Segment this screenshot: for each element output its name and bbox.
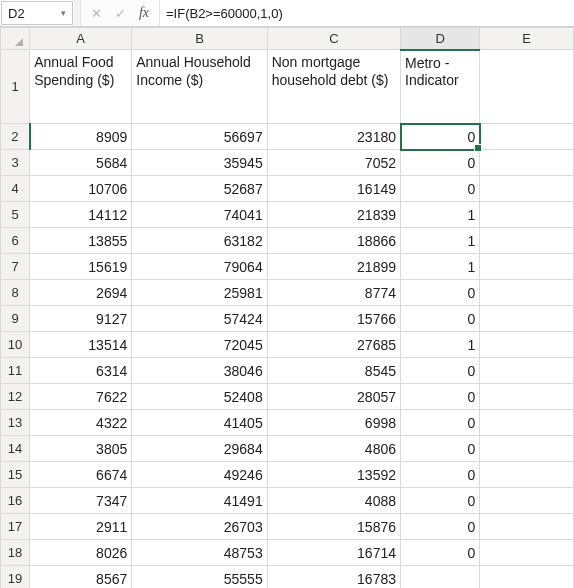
cell-A2[interactable]: 8909: [30, 124, 132, 150]
cell-D3[interactable]: 0: [401, 150, 480, 176]
enter-icon[interactable]: ✓: [113, 6, 127, 21]
cell-D11[interactable]: 0: [401, 358, 480, 384]
row-header-8[interactable]: 8: [1, 280, 30, 306]
cell-E4[interactable]: [480, 176, 574, 202]
cell-A3[interactable]: 5684: [30, 150, 132, 176]
cell-D4[interactable]: 0: [401, 176, 480, 202]
cell-C17[interactable]: 15876: [267, 514, 400, 540]
cell-C1[interactable]: Non mortgage household debt ($): [267, 50, 400, 124]
cell-A7[interactable]: 15619: [30, 254, 132, 280]
cell-B8[interactable]: 25981: [132, 280, 267, 306]
cell-E2[interactable]: [480, 124, 574, 150]
cell-D13[interactable]: 0: [401, 410, 480, 436]
row-header-7[interactable]: 7: [1, 254, 30, 280]
cell-E8[interactable]: [480, 280, 574, 306]
cell-D5[interactable]: 1: [401, 202, 480, 228]
cancel-icon[interactable]: ✕: [89, 6, 103, 21]
cell-E6[interactable]: [480, 228, 574, 254]
cell-C15[interactable]: 13592: [267, 462, 400, 488]
cell-B4[interactable]: 52687: [132, 176, 267, 202]
cell-C6[interactable]: 18866: [267, 228, 400, 254]
cell-D7[interactable]: 1: [401, 254, 480, 280]
cell-D10[interactable]: 1: [401, 332, 480, 358]
cell-E12[interactable]: [480, 384, 574, 410]
cell-E9[interactable]: [480, 306, 574, 332]
cell-C16[interactable]: 4088: [267, 488, 400, 514]
cell-D12[interactable]: 0: [401, 384, 480, 410]
cell-A18[interactable]: 8026: [30, 540, 132, 566]
cell-A15[interactable]: 6674: [30, 462, 132, 488]
formula-input[interactable]: =IF(B2>=60000,1,0): [159, 0, 574, 26]
cell-B7[interactable]: 79064: [132, 254, 267, 280]
cell-E16[interactable]: [480, 488, 574, 514]
row-header-11[interactable]: 11: [1, 358, 30, 384]
cell-E3[interactable]: [480, 150, 574, 176]
row-header-5[interactable]: 5: [1, 202, 30, 228]
row-header-16[interactable]: 16: [1, 488, 30, 514]
row-header-15[interactable]: 15: [1, 462, 30, 488]
cell-B19[interactable]: 55555: [132, 566, 267, 589]
cell-A19[interactable]: 8567: [30, 566, 132, 589]
cell-C13[interactable]: 6998: [267, 410, 400, 436]
cell-C18[interactable]: 16714: [267, 540, 400, 566]
cell-D15[interactable]: 0: [401, 462, 480, 488]
cell-D17[interactable]: 0: [401, 514, 480, 540]
cell-C3[interactable]: 7052: [267, 150, 400, 176]
cell-A1[interactable]: Annual Food Spending ($): [30, 50, 132, 124]
cell-E19[interactable]: [480, 566, 574, 589]
row-header-4[interactable]: 4: [1, 176, 30, 202]
cell-D16[interactable]: 0: [401, 488, 480, 514]
cell-D1[interactable]: Metro - Indicator: [401, 50, 480, 124]
cell-D2[interactable]: 0: [401, 124, 480, 150]
cell-C19[interactable]: 16783: [267, 566, 400, 589]
cell-A11[interactable]: 6314: [30, 358, 132, 384]
cell-A5[interactable]: 14112: [30, 202, 132, 228]
row-header-19[interactable]: 19: [1, 566, 30, 589]
column-header-B[interactable]: B: [132, 28, 267, 50]
cell-E13[interactable]: [480, 410, 574, 436]
cell-B6[interactable]: 63182: [132, 228, 267, 254]
cell-B11[interactable]: 38046: [132, 358, 267, 384]
row-header-9[interactable]: 9: [1, 306, 30, 332]
cell-D14[interactable]: 0: [401, 436, 480, 462]
cell-C4[interactable]: 16149: [267, 176, 400, 202]
row-header-17[interactable]: 17: [1, 514, 30, 540]
cell-B18[interactable]: 48753: [132, 540, 267, 566]
cell-E11[interactable]: [480, 358, 574, 384]
cell-B9[interactable]: 57424: [132, 306, 267, 332]
cell-C10[interactable]: 27685: [267, 332, 400, 358]
cell-B12[interactable]: 52408: [132, 384, 267, 410]
row-header-2[interactable]: 2: [1, 124, 30, 150]
cell-C9[interactable]: 15766: [267, 306, 400, 332]
cell-C8[interactable]: 8774: [267, 280, 400, 306]
formula-bar-splitter[interactable]: [74, 0, 81, 26]
cell-C14[interactable]: 4806: [267, 436, 400, 462]
cell-C5[interactable]: 21839: [267, 202, 400, 228]
row-header-14[interactable]: 14: [1, 436, 30, 462]
cell-A13[interactable]: 4322: [30, 410, 132, 436]
cell-E7[interactable]: [480, 254, 574, 280]
column-header-E[interactable]: E: [480, 28, 574, 50]
cell-D9[interactable]: 0: [401, 306, 480, 332]
cell-B17[interactable]: 26703: [132, 514, 267, 540]
column-header-A[interactable]: A: [30, 28, 132, 50]
row-header-12[interactable]: 12: [1, 384, 30, 410]
column-header-C[interactable]: C: [267, 28, 400, 50]
cell-A10[interactable]: 13514: [30, 332, 132, 358]
name-box[interactable]: D2 ▾: [1, 1, 73, 25]
cell-A17[interactable]: 2911: [30, 514, 132, 540]
row-header-18[interactable]: 18: [1, 540, 30, 566]
cell-A9[interactable]: 9127: [30, 306, 132, 332]
cell-E17[interactable]: [480, 514, 574, 540]
row-header-10[interactable]: 10: [1, 332, 30, 358]
row-header-6[interactable]: 6: [1, 228, 30, 254]
cell-C2[interactable]: 23180: [267, 124, 400, 150]
cell-E15[interactable]: [480, 462, 574, 488]
cell-E5[interactable]: [480, 202, 574, 228]
cell-B2[interactable]: 56697: [132, 124, 267, 150]
column-header-D[interactable]: D: [401, 28, 480, 50]
cell-B14[interactable]: 29684: [132, 436, 267, 462]
cell-C11[interactable]: 8545: [267, 358, 400, 384]
cell-B13[interactable]: 41405: [132, 410, 267, 436]
cell-B1[interactable]: Annual Household Income ($): [132, 50, 267, 124]
